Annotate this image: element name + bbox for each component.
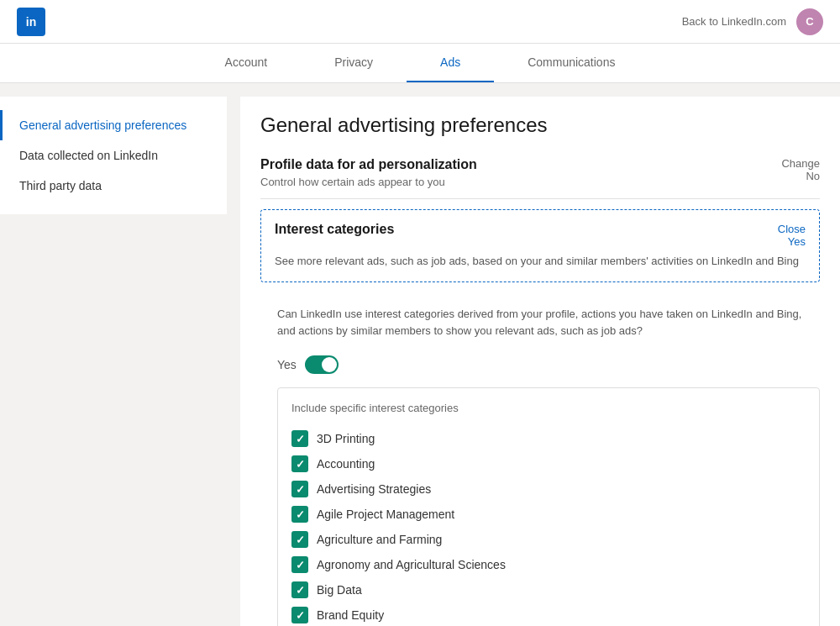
- yes-value: Yes: [778, 235, 806, 248]
- sidebar-item-general[interactable]: General advertising preferences: [0, 110, 227, 140]
- category-item-3d-printing[interactable]: 3D Printing: [291, 426, 806, 451]
- tab-privacy[interactable]: Privacy: [301, 44, 407, 82]
- checkbox-agronomy[interactable]: [291, 556, 308, 573]
- toggle-label: Yes: [277, 358, 297, 371]
- interest-title: Interest categories: [275, 222, 394, 237]
- category-item-agronomy[interactable]: Agronomy and Agricultural Sciences: [291, 552, 806, 577]
- category-label-brand-equity: Brand Equity: [317, 608, 384, 622]
- interest-box: Interest categories Close Yes See more r…: [260, 209, 820, 282]
- tab-ads[interactable]: Ads: [407, 44, 494, 82]
- category-item-advertising[interactable]: Advertising Strategies: [291, 476, 806, 502]
- category-item-agile[interactable]: Agile Project Management: [291, 502, 806, 527]
- profile-section-subtitle: Control how certain ads appear to you: [260, 176, 477, 188]
- category-label-agriculture: Agriculture and Farming: [317, 533, 442, 546]
- linkedin-logo: in: [17, 8, 45, 36]
- checkbox-agile[interactable]: [291, 506, 308, 523]
- checkbox-accounting[interactable]: [291, 455, 308, 472]
- change-value: No: [781, 170, 820, 182]
- checkbox-3d-printing[interactable]: [291, 430, 308, 447]
- sidebar-item-data-collected[interactable]: Data collected on LinkedIn: [0, 140, 227, 171]
- profile-section-title: Profile data for ad personalization: [260, 157, 477, 172]
- checkbox-big-data[interactable]: [291, 581, 308, 598]
- page-title: General advertising preferences: [260, 113, 820, 137]
- close-button[interactable]: Close: [778, 223, 806, 235]
- interest-box-header: Interest categories Close Yes: [275, 222, 806, 248]
- change-label[interactable]: Change: [781, 157, 820, 170]
- interest-detail-description: Can LinkedIn use interest categories der…: [260, 296, 820, 351]
- avatar[interactable]: C: [796, 8, 823, 35]
- interest-toggle[interactable]: [305, 355, 339, 374]
- main-content: General advertising preferences Profile …: [240, 97, 840, 626]
- category-item-agriculture[interactable]: Agriculture and Farming: [291, 527, 806, 552]
- categories-label: Include specific interest categories: [291, 402, 806, 414]
- checkbox-advertising[interactable]: [291, 481, 308, 497]
- category-item-brand-equity[interactable]: Brand Equity: [291, 602, 806, 626]
- sidebar: General advertising preferences Data col…: [0, 97, 227, 214]
- category-label-agile: Agile Project Management: [317, 508, 454, 521]
- top-bar: in Back to LinkedIn.com C: [0, 0, 840, 44]
- close-section: Close Yes: [778, 222, 806, 248]
- profile-section-action: Change No: [781, 157, 820, 182]
- top-right: Back to LinkedIn.com C: [682, 8, 823, 35]
- category-item-big-data[interactable]: Big Data: [291, 577, 806, 602]
- layout: General advertising preferences Data col…: [0, 83, 840, 626]
- category-label-big-data: Big Data: [317, 583, 362, 597]
- tab-communications[interactable]: Communications: [494, 44, 648, 82]
- profile-section-left: Profile data for ad personalization Cont…: [260, 157, 477, 188]
- toggle-row: Yes: [260, 350, 820, 387]
- category-label-advertising: Advertising Strategies: [317, 482, 431, 496]
- interest-description: See more relevant ads, such as job ads, …: [275, 253, 806, 270]
- tab-account[interactable]: Account: [192, 44, 302, 82]
- category-label-accounting: Accounting: [317, 457, 375, 471]
- category-label-3d-printing: 3D Printing: [317, 432, 375, 445]
- category-label-agronomy: Agronomy and Agricultural Sciences: [317, 558, 506, 571]
- checkbox-brand-equity[interactable]: [291, 607, 308, 623]
- nav-tabs: Account Privacy Ads Communications: [0, 44, 840, 83]
- profile-section-header: Profile data for ad personalization Cont…: [260, 157, 820, 199]
- back-to-linkedin-link[interactable]: Back to LinkedIn.com: [682, 15, 786, 28]
- categories-box: Include specific interest categories 3D …: [277, 387, 820, 626]
- sidebar-item-third-party[interactable]: Third party data: [0, 171, 227, 201]
- category-item-accounting[interactable]: Accounting: [291, 451, 806, 476]
- checkbox-agriculture[interactable]: [291, 531, 308, 548]
- toggle-knob: [322, 357, 337, 372]
